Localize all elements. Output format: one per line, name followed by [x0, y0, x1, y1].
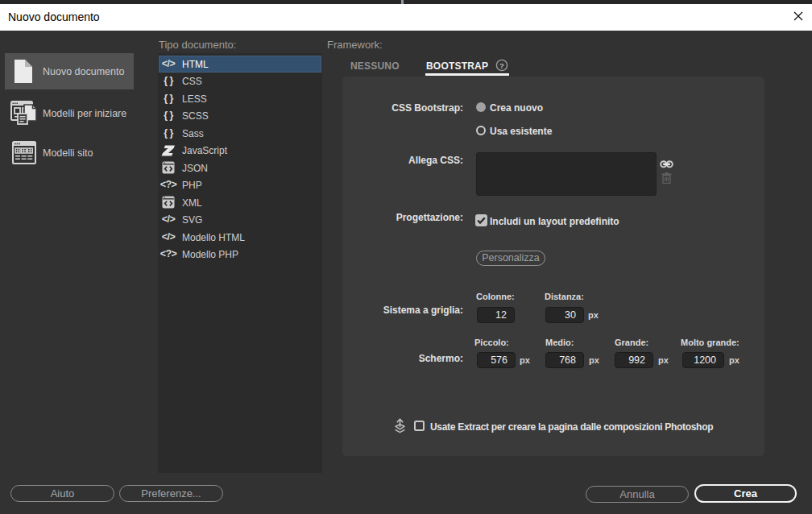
- svg-text:?: ?: [499, 61, 504, 70]
